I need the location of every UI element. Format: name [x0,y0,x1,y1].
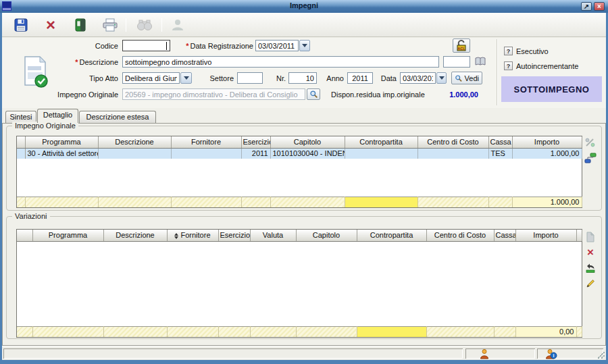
column-header-importo[interactable]: Importo [512,136,582,148]
autoincrementante-checkbox[interactable]: ? [504,61,513,70]
resize-grip[interactable] [598,352,605,359]
tab-strip: Sintesi Dettaglio Descrizione estesa [2,108,606,123]
cell-cassa: TES [488,148,512,159]
main-toolbar: × [2,13,606,37]
dictionary-button[interactable] [474,56,486,68]
tab-dettaglio[interactable]: Dettaglio [37,109,78,123]
variazioni-legend: Variazioni [12,212,50,220]
column-header-capitolo[interactable]: Capitolo [296,230,357,241]
grid-empty-area [17,159,582,197]
svg-text:i: i [553,353,555,358]
cell-fornitore [171,148,241,159]
vedi-button-label: Vedi [465,74,479,82]
column-header-contropartita[interactable]: Contropartita [357,230,426,241]
form-divider [497,39,498,105]
descrizione-code-input[interactable] [443,56,470,68]
window-title: Impegni [0,1,608,9]
close-button[interactable]: × [594,2,605,11]
acl-lock-button[interactable]: ACL [453,38,470,53]
impegno-originale-label: Impegno Originale [57,90,118,99]
delete-icon: × [46,18,55,32]
find-button[interactable] [133,16,156,34]
percent-split-button[interactable] [582,134,599,150]
column-header-valuta[interactable]: Valuta [250,230,296,241]
print-button[interactable] [101,16,120,34]
column-header-contropartita[interactable]: Contropartita [345,136,417,148]
edit-row-button[interactable] [582,276,599,291]
tipo-atto-dropdown-button[interactable] [180,72,192,84]
column-header-programma[interactable]: Programma [32,230,103,241]
data-input[interactable] [400,72,436,84]
totals-row: 0,00 [17,326,582,338]
column-header-esercizio[interactable]: Esercizio [218,230,250,241]
esecutivo-checkbox[interactable]: ? [504,47,513,55]
nr-input[interactable] [288,72,317,84]
new-row-button[interactable] [582,229,599,244]
search-icon [309,90,318,99]
cell-esercizio: 2011 [241,148,270,159]
delete-row-button[interactable]: × [582,244,599,260]
dettaglio-panel: Impegno Originale Programma Descrizione … [2,123,606,346]
tipo-atto-label: Tipo Atto [70,74,118,82]
column-header-cassa[interactable]: Cassa [488,136,512,148]
column-header[interactable] [576,230,582,241]
settore-input[interactable] [237,72,263,84]
column-header-importo[interactable]: Importo [515,230,576,241]
book-icon [474,56,486,67]
undo-row-button[interactable] [582,260,599,276]
required-marker: * [75,58,78,66]
descrizione-label: *Descrizione [64,58,118,66]
sottoimpegno-badge: SOTTOIMPEGNO [501,76,602,102]
delete-button[interactable]: × [41,16,60,34]
link-rows-icon [584,153,597,163]
column-header[interactable] [17,230,32,241]
status-user-info-cell[interactable]: i [537,348,603,359]
impegno-originale-search-button[interactable] [307,88,320,100]
record-form: Codice *Data Registrazione ACL *Descrizi… [2,38,606,108]
status-bar: i [2,346,606,360]
vedi-button[interactable]: Vedi [451,72,482,84]
total-contropartita-cell [357,326,426,337]
autoincrementante-label: Autoincrementante [516,62,578,70]
column-header-descrizione[interactable]: Descrizione [98,136,171,148]
user-button[interactable] [168,16,187,34]
link-rows-button[interactable] [582,150,599,165]
column-header-centro-di-costo[interactable]: Centro di Costo [426,230,494,241]
restore-icon: ↗ [584,3,589,10]
grid-empty-area [17,242,582,326]
table-row[interactable]: 30 - Attività del settore 2011 101010300… [17,148,582,159]
column-header-capitolo[interactable]: Capitolo [270,136,345,148]
codice-input[interactable] [122,40,170,51]
status-user-cell[interactable] [465,348,535,359]
column-header-fornitore[interactable]: Fornitore [171,136,241,148]
lock-acl-icon: ACL [455,40,468,52]
data-registrazione-dropdown-button[interactable] [299,40,310,51]
settore-label: Settore [201,74,234,82]
column-header-centro-di-costo[interactable]: Centro di Costo [417,136,488,148]
column-header-fornitore[interactable]: Fornitore [167,230,218,241]
column-header-esercizio[interactable]: Esercizio [241,136,270,148]
column-header-descrizione[interactable]: Descrizione [103,230,167,241]
record-status [21,55,49,90]
data-dropdown-button[interactable] [436,72,447,84]
restore-button[interactable]: ↗ [581,2,592,11]
esecutivo-label: Esecutivo [516,47,549,55]
row-selector-cell[interactable] [17,148,25,159]
anno-input[interactable] [347,72,373,84]
tab-descrizione-estesa[interactable]: Descrizione estesa [79,111,156,123]
document-check-icon [21,55,49,89]
column-header[interactable] [17,136,25,148]
column-header-cassa[interactable]: Cassa [494,230,515,241]
tipo-atto-combo[interactable] [122,72,180,84]
save-button[interactable] [11,16,30,34]
variazioni-side-tools: × [582,229,599,291]
archive-button[interactable] [71,16,90,34]
toolbar-separator [161,18,162,32]
cell-descrizione [98,148,171,159]
descrizione-input[interactable] [122,56,439,68]
data-registrazione-input[interactable] [255,40,299,51]
user-icon [171,18,184,32]
column-header-programma[interactable]: Programma [25,136,98,148]
data-registrazione-label: *Data Registrazione [172,42,253,50]
impegno-originale-input[interactable] [122,88,305,100]
